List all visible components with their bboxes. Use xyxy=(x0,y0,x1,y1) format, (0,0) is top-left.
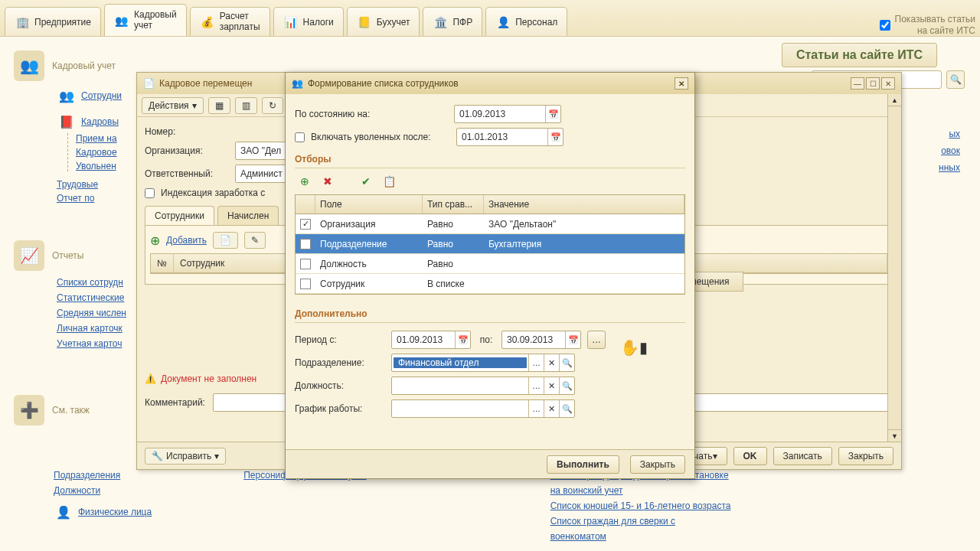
calendar-icon[interactable]: 📅 xyxy=(455,331,470,348)
clear-icon[interactable]: ✕ xyxy=(544,400,559,417)
close-button[interactable]: Закрыть xyxy=(838,447,893,465)
period-to-input[interactable]: 30.09.2013📅 xyxy=(501,331,581,349)
clear-icon[interactable]: ✕ xyxy=(544,377,559,394)
top-right-toggle: Показывать статьи на сайте ИТС xyxy=(880,14,975,36)
calendar-icon[interactable]: 📅 xyxy=(547,129,563,145)
its-articles-button[interactable]: Статьи на сайте ИТС xyxy=(782,43,937,67)
scroll-down-icon[interactable]: ▼ xyxy=(888,429,901,442)
delete-filter-icon[interactable]: ✖ xyxy=(319,173,336,190)
actions-dropdown[interactable]: Действия ▾ xyxy=(142,97,204,114)
include-fired-date[interactable]: 01.01.2013📅 xyxy=(456,128,564,146)
tab-employees-inner[interactable]: Сотрудники xyxy=(145,206,214,225)
link-individuals[interactable]: Физические лица xyxy=(78,507,152,517)
indexation-checkbox[interactable] xyxy=(145,188,155,198)
ellipsis-icon[interactable]: … xyxy=(528,400,544,417)
fix-dropdown[interactable]: 🔧Исправить ▾ xyxy=(145,448,226,465)
link-military-2b[interactable]: военкоматом xyxy=(550,531,731,542)
close-window-button[interactable]: ✕ xyxy=(881,77,895,90)
link-youths[interactable]: Список юношей 15- и 16-летнего возраста xyxy=(550,500,731,511)
position-label: Должность: xyxy=(295,380,385,391)
right-link-2[interactable]: овок xyxy=(939,145,960,156)
resp-input[interactable]: Админист xyxy=(235,165,289,183)
link-positions[interactable]: Должности xyxy=(54,485,152,496)
tab-taxes[interactable]: 📊Налоги xyxy=(273,7,344,36)
right-link-3[interactable]: нных xyxy=(939,162,960,173)
check-filter-icon[interactable]: ✔ xyxy=(358,173,374,190)
minimize-button[interactable]: — xyxy=(851,77,864,90)
filters-header: Отборы xyxy=(295,151,685,168)
edit-btn[interactable]: ✎ xyxy=(244,232,266,249)
position-lookup[interactable]: …✕🔍 xyxy=(391,377,575,395)
copy-btn[interactable]: 📄 xyxy=(213,232,238,249)
toolbar-btn-1[interactable]: ▦ xyxy=(208,97,230,114)
ellipsis-icon[interactable]: … xyxy=(528,354,544,371)
money-icon: 💰 xyxy=(200,15,215,30)
search-icon[interactable]: 🔍 xyxy=(559,400,574,417)
search-button[interactable]: 🔍 xyxy=(946,70,965,89)
dept-lookup[interactable]: Финансовый отдел…✕🔍 xyxy=(391,354,575,372)
tab-accruals-inner[interactable]: Начислен xyxy=(217,206,279,225)
period-picker-button[interactable]: … xyxy=(587,331,606,349)
link-military-2a[interactable]: Список граждан для сверки с xyxy=(550,516,731,527)
tab-pfr[interactable]: 🏛️ПФР xyxy=(423,7,482,36)
add-icon: ⊕ xyxy=(150,233,160,248)
link-military-1b[interactable]: на воинский учет xyxy=(550,485,731,496)
tab-hr[interactable]: 👥Кадровый учет xyxy=(104,4,187,36)
include-fired-checkbox[interactable] xyxy=(295,132,305,142)
scroll-up-icon[interactable]: ▲ xyxy=(888,94,901,106)
filter-row[interactable]: ✓ПодразделениеРавноБухгалтерия xyxy=(296,234,684,254)
building-icon: 🏢 xyxy=(15,15,30,30)
filter-row[interactable]: СотрудникВ списке xyxy=(296,274,684,294)
link-departments[interactable]: Подразделения xyxy=(54,470,152,481)
copy-filter-icon[interactable]: 📋 xyxy=(381,173,397,190)
schedule-lookup[interactable]: …✕🔍 xyxy=(391,399,575,418)
tab-personnel[interactable]: 👤Персонал xyxy=(485,7,567,36)
its-checkbox[interactable] xyxy=(880,20,890,31)
nav-labor[interactable]: Трудовые xyxy=(57,179,98,190)
scrollbar[interactable]: ▲ ▼ xyxy=(887,94,901,442)
row-checkbox[interactable] xyxy=(300,259,311,269)
calendar-icon[interactable]: 📅 xyxy=(565,331,580,348)
folder-icon: 📕 xyxy=(57,113,77,130)
maximize-button[interactable]: ☐ xyxy=(866,77,880,90)
row-field: Сотрудник xyxy=(315,279,423,289)
dialog-close-button[interactable]: ✕ xyxy=(675,77,688,90)
toolbar-btn-2[interactable]: ▥ xyxy=(235,97,257,114)
nav-report[interactable]: Отчет по xyxy=(57,193,94,204)
asof-input[interactable]: 01.09.2013📅 xyxy=(454,105,561,123)
search-icon[interactable]: 🔍 xyxy=(559,377,574,394)
row-checkbox[interactable]: ✓ xyxy=(300,239,311,249)
row-checkbox[interactable] xyxy=(300,279,311,289)
add-filter-icon[interactable]: ⊕ xyxy=(296,173,313,190)
extra-header: Дополнительно xyxy=(295,305,685,323)
filter-row[interactable]: ✓ОрганизацияРавноЗАО "Дельтаон" xyxy=(296,214,684,234)
period-from-input[interactable]: 01.09.2013📅 xyxy=(391,331,471,349)
nav-hire[interactable]: Прием на xyxy=(76,133,117,144)
include-fired-label: Включать уволенных после: xyxy=(311,132,450,142)
ellipsis-icon[interactable]: … xyxy=(528,377,544,394)
clear-icon[interactable]: ✕ xyxy=(544,354,559,371)
right-link-1[interactable]: ых xyxy=(939,129,960,139)
run-button[interactable]: Выполнить xyxy=(547,455,619,474)
tab-accounting[interactable]: 📒Бухучет xyxy=(347,7,420,36)
add-button[interactable]: Добавить xyxy=(166,235,207,246)
tab-enterprise[interactable]: 🏢Предприятие xyxy=(5,7,101,36)
search-icon[interactable]: 🔍 xyxy=(559,354,574,371)
ok-button[interactable]: OK xyxy=(733,447,767,465)
nav-hr-docs[interactable]: Кадровы xyxy=(81,116,119,127)
calendar-icon[interactable]: 📅 xyxy=(545,106,560,122)
row-checkbox[interactable]: ✓ xyxy=(300,219,311,230)
org-input[interactable]: ЗАО "Дел xyxy=(235,142,289,160)
indexation-label: Индексация заработка с xyxy=(161,187,265,198)
asof-label: По состоянию на: xyxy=(295,109,448,119)
filter-row[interactable]: ДолжностьРавно xyxy=(296,254,684,274)
dialog-close-btn[interactable]: Закрыть xyxy=(630,455,685,474)
tab-salary[interactable]: 💰Расчет зарплаты xyxy=(190,7,270,36)
nav-employees[interactable]: Сотрудни xyxy=(81,90,122,101)
bottom-links: Подразделения Должности 👤Физические лица… xyxy=(54,470,730,542)
person-icon: 👤 xyxy=(495,15,511,30)
nav-fire[interactable]: Увольнен xyxy=(76,161,116,171)
nav-transfer[interactable]: Кадровое xyxy=(76,147,117,158)
toolbar-btn-3[interactable]: ↻ xyxy=(262,97,283,114)
save-button[interactable]: Записать xyxy=(773,447,832,465)
